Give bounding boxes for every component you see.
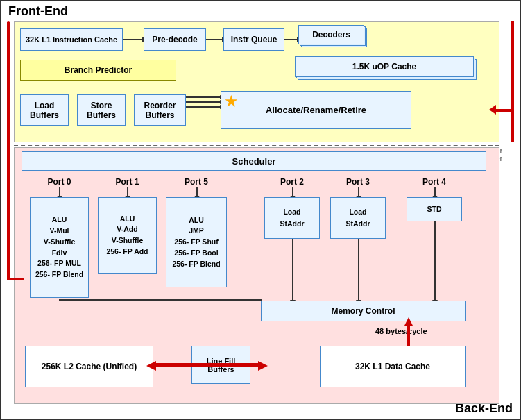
- port5-arrow: [196, 187, 198, 197]
- main-diagram: Front-End Back-End 32K L1 Instruction Ca…: [0, 0, 521, 420]
- scheduler-box: Scheduler: [22, 151, 486, 171]
- store-buffers-box: Store Buffers: [77, 94, 126, 126]
- bandwidth-label: 48 bytes/cycle: [375, 327, 427, 335]
- arrow-predecode-queue: [206, 39, 223, 40]
- memory-control-box: Memory Control: [261, 301, 466, 321]
- red-right-into-allocate: [495, 109, 514, 112]
- port3-arrow: [358, 187, 359, 197]
- port2-column: Port 2 Load StAddr: [264, 177, 320, 301]
- port4-units-box: STD: [407, 197, 462, 221]
- port3-column: Port 3 Load StAddr: [330, 177, 386, 301]
- arrow-queue-decoders: [284, 39, 298, 40]
- dashed-separator: [14, 145, 499, 146]
- port5-column: Port 5 ALU JMP 256- FP Shuf 256- FP Bool…: [166, 177, 227, 287]
- branch-predictor-box: Branch Predictor: [20, 60, 176, 81]
- port2-label: Port 2: [264, 177, 320, 187]
- port4-label: Port 4: [407, 177, 462, 187]
- load-buffers-box: Load Buffers: [20, 94, 69, 126]
- l1-data-cache-box: 32K L1 Data Cache: [320, 346, 466, 387]
- port0-column: Port 0 ALU V-Mul V-Shuffle Fdiv 256- FP …: [30, 177, 89, 298]
- red-bottom-left: [7, 278, 24, 280]
- frontend-region: 32K L1 Instruction Cache Pre-decode Inst…: [14, 21, 499, 142]
- triple-arrows: [186, 96, 221, 108]
- port4-arrow: [434, 187, 436, 197]
- port1-units-box: ALU V-Add V-Shuffle 256- FP Add: [98, 197, 157, 274]
- l2-cache-box: 256K L2 Cache (Unified): [25, 346, 153, 387]
- uop-cache-box: 1.5K uOP Cache: [295, 56, 474, 77]
- port1-column: Port 1 ALU V-Add V-Shuffle 256- FP Add: [98, 177, 157, 274]
- decoder-box-1: Decoders: [298, 25, 364, 44]
- allocate-box: ★ Allocate/Rename/Retire: [221, 91, 411, 129]
- reorder-buffers-box: Reorder Buffers: [134, 94, 186, 126]
- port3-down-arrow: [358, 239, 359, 301]
- bottom-line-ports: [59, 299, 262, 301]
- port2-units-box: Load StAddr: [264, 197, 320, 239]
- port5-units-box: ALU JMP 256- FP Shuf 256- FP Bool 256- F…: [166, 197, 227, 287]
- red-left-bar: [7, 21, 10, 279]
- red-arrow-horizontal: [153, 363, 261, 367]
- backend-region: Scheduler Port 0 ALU V-Mul V-Shuffle Fdi…: [14, 147, 499, 404]
- port5-label: Port 5: [166, 177, 227, 187]
- port3-units-box: Load StAddr: [330, 197, 386, 239]
- port3-label: Port 3: [330, 177, 386, 187]
- port4-column: Port 4 STD: [407, 177, 462, 301]
- arrow-cache-predecode: [123, 39, 144, 40]
- port2-down-arrow: [292, 239, 293, 301]
- port0-label: Port 0: [30, 177, 89, 187]
- port0-units-box: ALU V-Mul V-Shuffle Fdiv 256- FP MUL 256…: [30, 197, 89, 298]
- instruction-cache-box: 32K L1 Instruction Cache: [20, 28, 123, 51]
- port2-arrow: [292, 187, 293, 197]
- port1-label: Port 1: [98, 177, 157, 187]
- port1-arrow: [127, 187, 128, 197]
- port0-arrow: [59, 187, 60, 197]
- port4-down-arrow: [434, 221, 436, 301]
- predecode-box: Pre-decode: [144, 28, 206, 51]
- red-right-bar-top: [511, 21, 514, 142]
- instr-queue-box: Instr Queue: [223, 28, 284, 51]
- front-end-label: Front-End: [8, 4, 68, 19]
